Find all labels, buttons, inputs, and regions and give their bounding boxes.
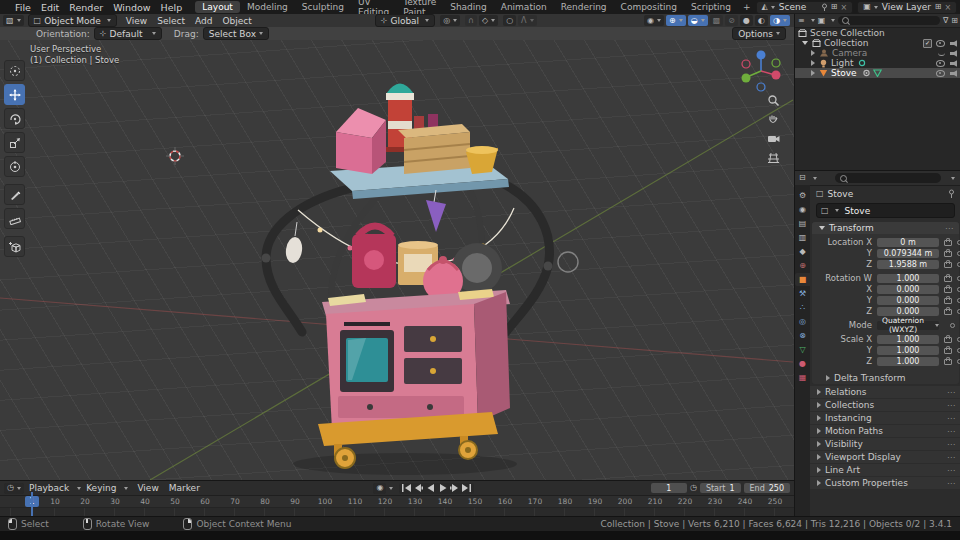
menu-render[interactable]: Render xyxy=(64,2,108,13)
add-cube-tool[interactable] xyxy=(4,236,25,257)
rotation-mode-dropdown[interactable]: Quaternion (WXYZ) xyxy=(877,321,939,330)
editor-type-button[interactable]: ◷ xyxy=(4,483,24,494)
camera-view-icon[interactable] xyxy=(767,132,780,145)
delta-transform-section[interactable]: Delta Transform xyxy=(812,372,959,384)
collection-checkbox[interactable] xyxy=(923,39,932,48)
hidden-eye-icon[interactable] xyxy=(938,51,945,56)
hide-in-viewport-icon[interactable] xyxy=(936,70,945,77)
auto-keying-button[interactable]: ◉ xyxy=(373,483,386,494)
outliner-row-stove[interactable]: Stove xyxy=(795,68,960,78)
view-layer-selector[interactable]: ▣ View Layer ⊞ × xyxy=(857,1,957,14)
lock-icon[interactable] xyxy=(944,251,952,257)
add-workspace-button[interactable]: + xyxy=(738,2,756,12)
properties-tab-texture[interactable]: ▦ xyxy=(795,371,810,384)
properties-section-header[interactable]: Motion Paths ⋯ xyxy=(810,425,960,437)
lock-icon[interactable] xyxy=(944,276,952,282)
workspace-tab[interactable]: Animation xyxy=(494,1,554,13)
lock-icon[interactable] xyxy=(944,359,952,365)
disable-in-render-icon[interactable] xyxy=(949,40,958,47)
workspace-tab[interactable]: Shading xyxy=(443,1,494,13)
orientation-setting-dropdown[interactable]: ⊹Default xyxy=(94,27,162,40)
location-x-field[interactable]: 0 m xyxy=(877,238,939,247)
pan-view-icon[interactable] xyxy=(767,113,780,126)
shading-wireframe-button[interactable]: ⊘ xyxy=(725,15,738,26)
properties-tab-view-layer[interactable]: ▥ xyxy=(795,231,810,244)
menu-help[interactable]: Help xyxy=(156,2,188,13)
section-menu-icon[interactable]: ⋯ xyxy=(947,479,956,488)
properties-section-header[interactable]: Visibility ⋯ xyxy=(810,438,960,450)
properties-section-header[interactable]: Collections ⋯ xyxy=(810,399,960,411)
frame-end-field[interactable]: End250 xyxy=(744,483,790,493)
snap-target-button[interactable]: ◇ xyxy=(479,15,498,26)
outliner-row-scene-collection[interactable]: Scene Collection xyxy=(795,28,960,38)
editor-type-button[interactable]: ▧ xyxy=(3,15,24,26)
prev-keyframe-button[interactable] xyxy=(413,484,424,493)
workspace-tab[interactable]: Scripting xyxy=(684,1,738,13)
scale-z-field[interactable]: 1.000 xyxy=(877,357,939,366)
properties-tab-material[interactable]: ● xyxy=(795,357,810,370)
shading-solid-button[interactable]: ● xyxy=(740,15,753,26)
location-y-field[interactable]: 0.079344 m xyxy=(877,249,939,258)
scene-selector[interactable]: ◭ Scene ⊞ × xyxy=(756,1,854,14)
transform-panel-header[interactable]: Transform ⋯ xyxy=(812,222,959,234)
shading-material-button[interactable]: ◐ xyxy=(755,15,768,26)
editor-type-icon[interactable]: ⊟ xyxy=(799,174,806,182)
object-name-field[interactable]: □ Stove xyxy=(816,203,955,218)
new-view-layer-icon[interactable]: ⊞ xyxy=(935,3,942,11)
lock-icon[interactable] xyxy=(944,240,952,246)
transform-tool[interactable] xyxy=(4,156,25,177)
viewport-canvas[interactable]: User Perspective (1) Collection | Stove xyxy=(0,40,794,480)
workspace-tab[interactable]: Rendering xyxy=(554,1,614,13)
workspace-tab[interactable]: Layout xyxy=(195,1,240,13)
expand-icon[interactable] xyxy=(802,41,808,45)
properties-tab-tool[interactable]: ⚙ xyxy=(795,189,810,202)
timeline-ruler[interactable]: 1020304050607080901001101201301401501601… xyxy=(0,496,794,508)
workspace-tab[interactable]: Compositing xyxy=(614,1,684,13)
expand-icon[interactable] xyxy=(811,50,815,56)
lock-icon[interactable] xyxy=(944,262,952,268)
lock-icon[interactable] xyxy=(944,337,952,343)
next-keyframe-button[interactable] xyxy=(449,484,460,493)
play-reverse-button[interactable] xyxy=(425,484,436,493)
unlink-scene-icon[interactable]: × xyxy=(840,3,847,12)
cursor-tool[interactable] xyxy=(4,60,25,81)
lock-icon[interactable] xyxy=(944,309,952,315)
options-chevron-icon[interactable] xyxy=(951,177,955,180)
play-button[interactable] xyxy=(437,484,448,493)
menu-select[interactable]: Select xyxy=(152,16,190,26)
proportional-edit-button[interactable]: ○ xyxy=(503,15,516,26)
disable-in-render-icon[interactable] xyxy=(949,60,958,67)
navigation-gizmo[interactable] xyxy=(738,48,784,94)
show-gizmos-button[interactable]: ⊕ xyxy=(666,15,686,26)
section-menu-icon[interactable]: ⋯ xyxy=(947,427,956,436)
xray-toggle-button[interactable]: ▩ xyxy=(710,15,724,26)
workspace-tab[interactable]: Modeling xyxy=(240,1,295,13)
shading-rendered-button[interactable]: ◑ xyxy=(770,15,790,26)
menu-view[interactable]: View xyxy=(132,483,163,493)
rotation-x-field[interactable]: 0.000 xyxy=(877,285,939,294)
expand-icon[interactable] xyxy=(811,70,815,76)
lock-icon[interactable] xyxy=(944,298,952,304)
properties-tab-constraints[interactable]: ⊗ xyxy=(795,329,810,342)
disable-in-render-icon[interactable] xyxy=(949,50,958,57)
properties-tab-scene[interactable]: ◆ xyxy=(795,245,810,258)
location-z-field[interactable]: 1.9588 m xyxy=(877,260,939,269)
filter-icon[interactable]: ∇ xyxy=(943,17,948,25)
workspace-tab[interactable]: Sculpting xyxy=(295,1,351,13)
properties-tab-physics[interactable]: ◎ xyxy=(795,315,810,328)
hide-in-viewport-icon[interactable] xyxy=(936,40,945,47)
menu-add[interactable]: Add xyxy=(190,16,217,26)
properties-tab-particles[interactable]: ∴ xyxy=(795,301,810,314)
show-object-types-button[interactable]: ◉ xyxy=(644,15,664,26)
properties-tab-world[interactable]: ⊕ xyxy=(795,259,810,272)
menu-marker[interactable]: Marker xyxy=(164,483,205,493)
new-scene-icon[interactable]: ⊞ xyxy=(831,3,838,11)
section-menu-icon[interactable]: ⋯ xyxy=(947,414,956,423)
expand-icon[interactable] xyxy=(811,60,815,66)
panel-menu-icon[interactable]: ⋯ xyxy=(945,224,954,233)
rotation-y-field[interactable]: 0.000 xyxy=(877,296,939,305)
section-menu-icon[interactable]: ⋯ xyxy=(947,453,956,462)
menu-object[interactable]: Object xyxy=(217,16,256,26)
properties-section-header[interactable]: Line Art ⋯ xyxy=(810,464,960,476)
section-menu-icon[interactable]: ⋯ xyxy=(947,388,956,397)
